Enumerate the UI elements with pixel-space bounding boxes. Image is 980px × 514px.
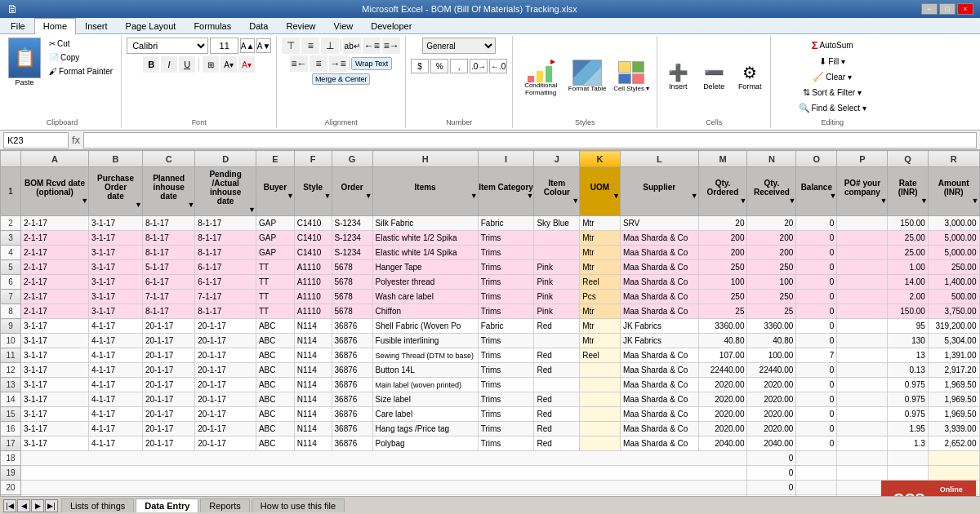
col-header-N[interactable]: N bbox=[747, 151, 796, 167]
header-cell-E[interactable]: Buyer ▼ bbox=[256, 167, 294, 216]
header-cell-F[interactable]: Style ▼ bbox=[294, 167, 332, 216]
row-header-4[interactable]: 4 bbox=[1, 246, 21, 260]
header-cell-R[interactable]: Amount(INR) ▼ bbox=[928, 167, 979, 216]
row-header-1[interactable]: 1 bbox=[1, 167, 21, 216]
align-top-button[interactable]: ⊤ bbox=[282, 38, 300, 54]
copy-button[interactable]: 📄 Copy bbox=[46, 51, 116, 64]
font-color-button[interactable]: A▾ bbox=[238, 56, 255, 73]
align-right-button[interactable]: →≡ bbox=[329, 55, 347, 72]
wrap-text-button[interactable]: Wrap Text bbox=[351, 57, 392, 70]
formula-input[interactable] bbox=[83, 132, 977, 148]
increase-decimal-button[interactable]: .0→ bbox=[470, 59, 488, 73]
col-header-B[interactable]: B bbox=[89, 151, 143, 167]
merge-center-button[interactable]: Merge & Center bbox=[312, 73, 371, 85]
align-bottom-button[interactable]: ⊥ bbox=[321, 38, 339, 54]
row-header-2[interactable]: 2 bbox=[1, 216, 21, 231]
tab-formulas[interactable]: Formulas bbox=[185, 18, 240, 33]
maximize-button[interactable]: □ bbox=[939, 3, 956, 15]
header-cell-H[interactable]: Items ▼ bbox=[372, 167, 478, 216]
col-header-D[interactable]: D bbox=[195, 151, 256, 167]
autosum-button[interactable]: Σ AutoSum bbox=[808, 38, 857, 53]
cut-button[interactable]: ✂ Cut bbox=[46, 38, 116, 50]
sheet-tab-data-entry[interactable]: Data Entry bbox=[136, 498, 198, 512]
col-header-L[interactable]: L bbox=[620, 151, 698, 167]
text-direction-button[interactable]: ab↵ bbox=[343, 38, 361, 54]
col-header-Q[interactable]: Q bbox=[888, 151, 928, 167]
insert-button[interactable]: ➕ Insert bbox=[662, 52, 693, 101]
conditional-formatting-button[interactable]: ▶ Conditional Formatting bbox=[518, 52, 564, 101]
tab-review[interactable]: Review bbox=[277, 18, 324, 33]
col-header-J[interactable]: J bbox=[534, 151, 580, 167]
row-header-9[interactable]: 9 bbox=[1, 319, 21, 334]
col-header-P[interactable]: P bbox=[837, 151, 888, 167]
row-header-17[interactable]: 17 bbox=[1, 436, 21, 451]
col-header-C[interactable]: C bbox=[142, 151, 194, 167]
paste-button[interactable]: 📋 bbox=[8, 38, 41, 78]
header-cell-L[interactable]: Supplier ▼ bbox=[620, 167, 698, 216]
header-cell-C[interactable]: Plannedinhousedate ▼ bbox=[142, 167, 194, 216]
percent-button[interactable]: % bbox=[430, 59, 448, 73]
format-painter-button[interactable]: 🖌 Format Painter bbox=[46, 65, 116, 78]
indent-decrease-button[interactable]: ←≡ bbox=[363, 38, 381, 54]
align-left-button[interactable]: ≡← bbox=[290, 55, 308, 72]
decrease-font-button[interactable]: A▼ bbox=[256, 38, 271, 53]
prev-sheet-button[interactable]: ◀ bbox=[17, 499, 30, 512]
tab-page-layout[interactable]: Page Layout bbox=[117, 18, 185, 33]
first-sheet-button[interactable]: |◀ bbox=[3, 499, 16, 512]
accounting-button[interactable]: $ bbox=[411, 59, 429, 73]
col-header-I[interactable]: I bbox=[478, 151, 534, 167]
close-button[interactable]: × bbox=[957, 3, 973, 15]
col-header-E[interactable]: E bbox=[256, 151, 294, 167]
header-cell-A[interactable]: BOM Rcvd date(optional) ▼ bbox=[21, 167, 89, 216]
row-header-11[interactable]: 11 bbox=[1, 348, 21, 363]
bold-button[interactable]: B bbox=[143, 56, 159, 73]
next-sheet-button[interactable]: ▶ bbox=[31, 499, 44, 512]
header-cell-D[interactable]: Pending/Actualinhousedate ▼ bbox=[195, 167, 256, 216]
row-header-13[interactable]: 13 bbox=[1, 378, 21, 392]
header-cell-P[interactable]: PO# yourcompany ▼ bbox=[837, 167, 888, 216]
fill-color-button[interactable]: A▾ bbox=[220, 56, 237, 73]
col-header-M[interactable]: M bbox=[698, 151, 747, 167]
align-middle-button[interactable]: ≡ bbox=[301, 38, 319, 54]
delete-button[interactable]: ➖ Delete bbox=[698, 52, 729, 101]
minimize-button[interactable]: − bbox=[921, 3, 938, 15]
col-header-K[interactable]: K bbox=[580, 151, 621, 167]
row-header-20[interactable]: 20 bbox=[1, 481, 21, 495]
tab-view[interactable]: View bbox=[325, 18, 363, 33]
header-cell-I[interactable]: Item Category ▼ bbox=[478, 167, 534, 216]
row-header-3[interactable]: 3 bbox=[1, 231, 21, 246]
find-select-button[interactable]: 🔍 Find & Select ▾ bbox=[795, 101, 870, 115]
col-header-G[interactable]: G bbox=[332, 151, 372, 167]
row-header-10[interactable]: 10 bbox=[1, 334, 21, 348]
header-cell-K[interactable]: UOM ▼ bbox=[580, 167, 621, 216]
row-header-19[interactable]: 19 bbox=[1, 466, 21, 481]
sort-filter-button[interactable]: ⇅ Sort & Filter ▾ bbox=[800, 86, 865, 100]
sheet-tab-howto[interactable]: How to use this file bbox=[252, 498, 345, 512]
number-format-select[interactable]: General bbox=[422, 38, 496, 54]
tab-insert[interactable]: Insert bbox=[76, 18, 117, 33]
tab-developer[interactable]: Developer bbox=[362, 18, 421, 33]
col-header-H[interactable]: H bbox=[372, 151, 478, 167]
cell-styles-button[interactable]: Cell Styles ▾ bbox=[611, 52, 652, 101]
increase-font-button[interactable]: A▲ bbox=[240, 38, 255, 53]
header-cell-G[interactable]: Order ▼ bbox=[332, 167, 372, 216]
row-header-7[interactable]: 7 bbox=[1, 290, 21, 304]
underline-button[interactable]: U bbox=[179, 56, 195, 73]
tab-home[interactable]: Home bbox=[34, 18, 76, 34]
row-header-8[interactable]: 8 bbox=[1, 304, 21, 319]
col-header-A[interactable]: A bbox=[21, 151, 89, 167]
col-header-R[interactable]: R bbox=[928, 151, 979, 167]
title-bar-buttons[interactable]: − □ × bbox=[921, 3, 973, 15]
header-cell-B[interactable]: PurchaseOrderdate ▼ bbox=[89, 167, 143, 216]
comma-button[interactable]: , bbox=[450, 59, 468, 73]
format-table-button[interactable]: Format Table bbox=[567, 52, 608, 101]
header-cell-Q[interactable]: Rate(INR) ▼ bbox=[888, 167, 928, 216]
row-header-12[interactable]: 12 bbox=[1, 363, 21, 378]
header-cell-O[interactable]: Balance ▼ bbox=[796, 167, 837, 216]
col-header-O[interactable]: O bbox=[796, 151, 837, 167]
row-header-15[interactable]: 15 bbox=[1, 407, 21, 422]
clear-button[interactable]: 🧹 Clear ▾ bbox=[809, 70, 855, 84]
row-header-16[interactable]: 16 bbox=[1, 422, 21, 436]
fill-button[interactable]: ⬇ Fill ▾ bbox=[816, 55, 849, 69]
row-header-18[interactable]: 18 bbox=[1, 451, 21, 466]
